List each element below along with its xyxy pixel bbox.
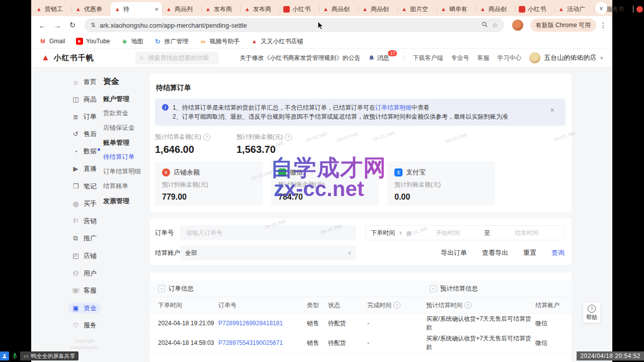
header-link[interactable]: 专业号 — [451, 54, 469, 62]
bookmark-item[interactable]: ◈地图 — [121, 37, 143, 46]
sidebar-item-service[interactable]: ☏客服 — [68, 285, 101, 296]
view-export-button[interactable]: 查看导出 — [482, 248, 508, 257]
bookmark-item[interactable]: ▲又又小红书店铺 — [251, 37, 303, 46]
order-no-input[interactable] — [180, 225, 356, 240]
submenu-item[interactable]: 货款资金 — [103, 106, 157, 121]
close-icon[interactable]: × — [550, 106, 554, 114]
sidebar-item-shop[interactable]: ◰店铺 — [68, 250, 101, 261]
share-label-pill: ▭ 鸭全全的屏幕共享 — [20, 351, 78, 360]
browser-tab[interactable]: ▲商品创 — [319, 2, 358, 16]
site-settings-icon[interactable]: ⇅ — [91, 22, 96, 29]
browser-tab[interactable]: ▲晒单有 — [437, 2, 476, 16]
sidebar-item-services[interactable]: ♡服务 — [68, 320, 101, 331]
chrome-menu-icon[interactable]: ⋮ — [599, 21, 607, 29]
browser-tab[interactable]: ▲发布商 — [240, 2, 280, 16]
sidebar-item-users[interactable]: ⚇用户 — [68, 268, 101, 279]
browser-tab[interactable]: ▲商品列 — [162, 2, 201, 16]
account-name: 微信 — [290, 168, 303, 177]
settlement-detail-link[interactable]: 订单结算明细 — [375, 104, 412, 111]
cell-order-no-link[interactable]: P728975543190025671 — [218, 339, 307, 346]
browser-tab[interactable]: ▲商品创 — [358, 2, 397, 16]
microphone-icon[interactable] — [11, 351, 19, 360]
search-icon[interactable] — [481, 21, 488, 29]
forward-icon[interactable]: → — [51, 19, 63, 31]
account-card-wechat: 微信预计到账金额(元)784.70 — [271, 161, 379, 206]
help-circle-icon[interactable]: ? — [285, 134, 292, 141]
help-circle-icon[interactable]: ? — [464, 302, 471, 309]
url-text[interactable]: ark.xiaohongshu.com/app-merchant/pending… — [100, 22, 477, 29]
sidebar-item-buyer[interactable]: ◎买手 — [68, 198, 101, 209]
help-circle-icon[interactable]: ? — [203, 134, 210, 141]
sidebar-item-orders[interactable]: ≣订单 — [68, 111, 101, 122]
reset-button[interactable]: 重置 — [523, 248, 536, 257]
submenu-item[interactable]: 订单结算明细 — [103, 164, 157, 179]
bookmark-item[interactable]: MGmail — [39, 38, 65, 45]
sidebar-item-aftersale[interactable]: ↺售后 — [68, 129, 101, 140]
submenu-group[interactable]: 账单管理∧ — [103, 135, 157, 150]
browser-tab[interactable]: ▲优惠券 — [71, 2, 111, 16]
tab-list-chevron-icon[interactable]: ∨ — [595, 2, 607, 14]
chrome-update-button[interactable]: 有新版 Chrome 可用 — [530, 19, 596, 32]
end-time-placeholder[interactable]: 结束时间 — [495, 229, 559, 237]
bookmark-item[interactable]: ∞视频号助手 — [200, 37, 240, 46]
ark-favicon: ▲ — [36, 6, 42, 13]
metric-value: 1,563.70 — [236, 144, 292, 155]
sidebar-item-funds[interactable]: ▣资金 — [68, 303, 101, 314]
wechat-icon — [278, 168, 286, 176]
browser-tab[interactable]: ▲活动广 — [554, 2, 594, 16]
browser-tab[interactable]: 小红书 — [280, 2, 319, 16]
cell-order-time: 2024-04-18 19:21:09 — [158, 320, 218, 327]
query-button[interactable]: 查询 — [551, 248, 565, 257]
sidebar-item-promotion[interactable]: ⧉推广 — [68, 233, 101, 244]
participant-icon[interactable] — [0, 351, 9, 360]
table-row: 2024-04-18 14:59:03P728975543190025671销售… — [150, 333, 572, 353]
browser-tab[interactable]: ▲图片空 — [397, 2, 437, 16]
browser-tab[interactable]: ▲待× — [111, 2, 162, 16]
time-type-select[interactable]: 下单时间 — [371, 229, 395, 237]
back-icon[interactable]: ← — [36, 19, 48, 31]
sidebar-item-marketing[interactable]: ⚐营销 — [68, 216, 101, 227]
browser-tab[interactable]: 小红书 — [515, 2, 554, 16]
collapse-icon[interactable]: − — [158, 285, 165, 292]
messages[interactable]: 消息 17 — [368, 54, 396, 62]
header-link[interactable]: 下载客户端 — [413, 54, 443, 62]
submenu-item[interactable]: 待结算订单 — [103, 150, 157, 164]
sidebar-item-live[interactable]: ▶直播 — [68, 163, 101, 174]
sidebar-item-notes[interactable]: ❐笔记 — [68, 181, 101, 192]
date-range-picker[interactable]: 下单时间 ∨ ▦ 开始时间 至 结束时间 — [365, 225, 565, 240]
browser-tab[interactable]: ▲商品创 — [476, 2, 515, 16]
bookmark-item[interactable]: ↻推广管理 — [154, 37, 189, 46]
submenu-group[interactable]: 账户管理∧ — [103, 92, 157, 106]
order-no-input-field[interactable] — [185, 229, 351, 237]
help-button[interactable]: ? 帮助 — [583, 303, 600, 323]
shop-switcher[interactable]: 五台山的佑佑的店 ∨ — [529, 52, 603, 63]
notification-dot — [98, 148, 100, 151]
export-orders-button[interactable]: 导出订单 — [441, 248, 467, 257]
collapse-icon[interactable]: − — [430, 285, 437, 292]
tab-close-icon[interactable]: × — [154, 6, 158, 13]
cell-order-no-link[interactable]: P728991269928418181 — [218, 320, 307, 327]
account-filter-select[interactable]: 全部 ∨ — [180, 245, 356, 260]
submenu-item[interactable]: 结算账单 — [103, 179, 157, 194]
chrome-profile-avatar[interactable] — [512, 20, 523, 31]
start-time-placeholder[interactable]: 开始时间 — [416, 229, 480, 237]
header-link[interactable]: 客服 — [477, 54, 489, 62]
bookmark-star-icon[interactable]: ☆ — [492, 22, 498, 29]
submenu-group[interactable]: 发票管理 — [103, 194, 157, 208]
reload-icon[interactable]: ↻ — [66, 19, 78, 31]
sidebar-item-data[interactable]: ◔数据 — [68, 146, 101, 157]
brand[interactable]: ▲ 小红书千帆 — [41, 53, 94, 63]
sidebar-item-home[interactable]: ⌂首页 — [68, 76, 101, 87]
help-circle-icon[interactable]: ? — [393, 302, 400, 309]
sidebar-item-goods[interactable]: ◫商品 — [68, 94, 101, 105]
browser-tab[interactable]: 快说评 — [633, 2, 644, 16]
announcement-link[interactable]: 关于修改《小红书商家发货管理规则》的公告 — [239, 54, 360, 62]
feature-search-input[interactable] — [147, 54, 214, 62]
url-bar[interactable]: ⇅ ark.xiaohongshu.com/app-merchant/pendi… — [85, 18, 504, 32]
browser-tab[interactable]: ▲发布商 — [201, 2, 240, 16]
submenu-item[interactable]: 店铺保证金 — [103, 121, 157, 135]
header-link[interactable]: 学习中心 — [497, 54, 521, 62]
browser-tab[interactable]: ▲营销工 — [32, 2, 71, 16]
feature-search[interactable] — [135, 52, 219, 64]
bookmark-item[interactable]: ▶YouTube — [76, 38, 110, 45]
